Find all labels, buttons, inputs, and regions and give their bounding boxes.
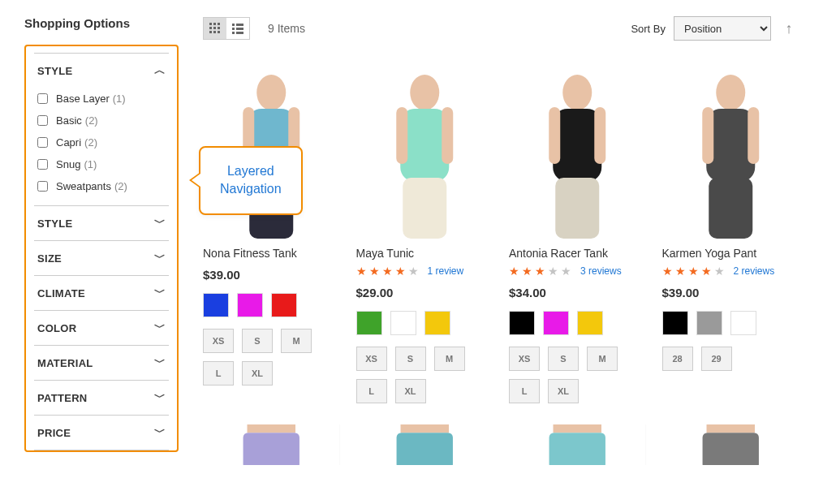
color-swatch[interactable] (356, 311, 382, 335)
color-swatch[interactable] (424, 311, 450, 335)
size-swatch[interactable]: XL (548, 379, 579, 403)
color-swatches (509, 311, 646, 335)
sort-direction-button[interactable]: ↑ (779, 19, 799, 38)
star-icon: ★ (714, 265, 727, 278)
filter-header-pattern[interactable]: PATTERN﹀ (34, 381, 169, 415)
size-swatch[interactable]: L (509, 379, 540, 403)
reviews-link[interactable]: 3 reviews (580, 265, 622, 277)
rating-row: ★★★★★2 reviews (662, 265, 799, 278)
svg-rect-9 (232, 24, 235, 26)
color-swatches (356, 311, 493, 335)
size-swatch[interactable]: L (356, 379, 387, 403)
svg-rect-0 (209, 23, 212, 25)
svg-rect-5 (218, 27, 220, 29)
color-swatch[interactable] (203, 293, 229, 317)
filter-header-style[interactable]: STYLE﹀ (34, 206, 169, 240)
product-name[interactable]: Antonia Racer Tank (509, 247, 646, 260)
svg-rect-25 (442, 107, 453, 164)
product-image[interactable] (509, 424, 646, 465)
filter-header-material[interactable]: MATERIAL﹀ (34, 346, 169, 380)
filter-option-count: (2) (84, 136, 97, 149)
color-swatch[interactable] (577, 311, 603, 335)
svg-rect-26 (403, 178, 446, 239)
product-image[interactable] (356, 424, 493, 465)
filter-header-color[interactable]: COLOR﹀ (34, 311, 169, 345)
svg-rect-36 (702, 107, 713, 164)
color-swatch[interactable] (730, 311, 756, 335)
star-icon: ★ (701, 265, 714, 278)
filter-option[interactable]: Capri(2) (37, 131, 166, 153)
filter-checkbox[interactable] (37, 181, 48, 192)
product-image[interactable] (509, 60, 646, 239)
size-swatch[interactable]: XS (203, 329, 234, 353)
grid-view-button[interactable] (204, 18, 226, 39)
filter-header-climate[interactable]: CLIMATE﹀ (34, 276, 169, 310)
sort-by-select[interactable]: Position (674, 16, 771, 41)
list-view-button[interactable] (226, 18, 249, 39)
product-card: Antonia Racer Tank ★★★★★3 reviews $34.00… (509, 60, 646, 403)
filter-option[interactable]: Sweatpants(2) (37, 175, 166, 197)
filter-header-price[interactable]: PRICE﹀ (34, 416, 169, 450)
star-icon: ★ (408, 265, 421, 278)
size-swatch[interactable]: S (548, 347, 579, 371)
size-swatch[interactable]: 29 (701, 347, 732, 371)
filter-checkbox[interactable] (37, 159, 48, 170)
product-image[interactable] (662, 60, 799, 239)
star-icon: ★ (522, 265, 535, 278)
filter-group-pattern: PATTERN﹀ (34, 380, 169, 415)
svg-rect-50 (702, 433, 758, 465)
size-swatch[interactable]: XL (395, 379, 426, 403)
size-swatch[interactable]: XL (242, 361, 273, 386)
size-swatch[interactable]: XS (509, 347, 540, 371)
filter-option[interactable]: Snug(1) (37, 153, 166, 175)
star-icon: ★ (662, 265, 675, 278)
filter-header-size[interactable]: SIZE﹀ (34, 241, 169, 275)
svg-rect-1 (213, 23, 216, 25)
filter-title: PATTERN (37, 392, 88, 404)
svg-rect-13 (232, 32, 235, 34)
size-swatch[interactable]: XS (356, 347, 387, 371)
product-image[interactable] (203, 424, 340, 465)
size-swatch[interactable]: S (242, 329, 273, 353)
product-image[interactable] (662, 424, 799, 465)
reviews-link[interactable]: 2 reviews (734, 265, 775, 277)
product-name[interactable]: Karmen Yoga Pant (662, 247, 799, 260)
svg-rect-41 (243, 433, 299, 465)
chevron-down-icon: ﹀ (154, 251, 166, 265)
size-swatch[interactable]: 28 (662, 347, 693, 371)
svg-rect-4 (213, 27, 216, 29)
reviews-link[interactable]: 1 review (428, 265, 464, 277)
color-swatch[interactable] (543, 311, 569, 335)
shopping-options-title: Shopping Options (24, 16, 179, 30)
star-icon: ★ (688, 265, 701, 278)
filter-option[interactable]: Basic(2) (37, 110, 166, 131)
size-swatch[interactable]: M (281, 329, 312, 353)
color-swatch[interactable] (271, 293, 297, 317)
size-swatch[interactable]: M (587, 347, 618, 371)
size-swatch[interactable]: S (395, 347, 426, 371)
color-swatch[interactable] (509, 311, 535, 335)
product-image[interactable] (356, 60, 493, 239)
size-swatch[interactable]: L (203, 361, 234, 386)
product-card (509, 424, 646, 465)
filter-checkbox[interactable] (37, 137, 48, 148)
product-name[interactable]: Nona Fitness Tank (203, 247, 340, 260)
filter-header-style[interactable]: STYLE ︿ (34, 54, 169, 88)
product-card (356, 424, 493, 465)
size-swatch[interactable]: M (434, 347, 465, 371)
size-swatches: XSSMLXL (356, 347, 493, 403)
filter-option-label: Snug (56, 158, 80, 170)
color-swatch[interactable] (662, 311, 688, 335)
color-swatch[interactable] (390, 311, 416, 335)
product-price: $29.00 (356, 286, 493, 299)
color-swatch[interactable] (696, 311, 722, 335)
filter-group-style-expanded: STYLE ︿ Base Layer(1)Basic(2)Capri(2)Snu… (34, 53, 169, 205)
color-swatch[interactable] (237, 293, 263, 317)
product-name[interactable]: Maya Tunic (356, 247, 493, 260)
svg-rect-6 (209, 31, 212, 33)
filter-checkbox[interactable] (37, 115, 48, 126)
filter-option[interactable]: Base Layer(1) (37, 88, 166, 110)
filter-checkbox[interactable] (37, 93, 48, 104)
svg-rect-47 (549, 433, 605, 465)
filter-group-color: COLOR﹀ (34, 310, 169, 345)
